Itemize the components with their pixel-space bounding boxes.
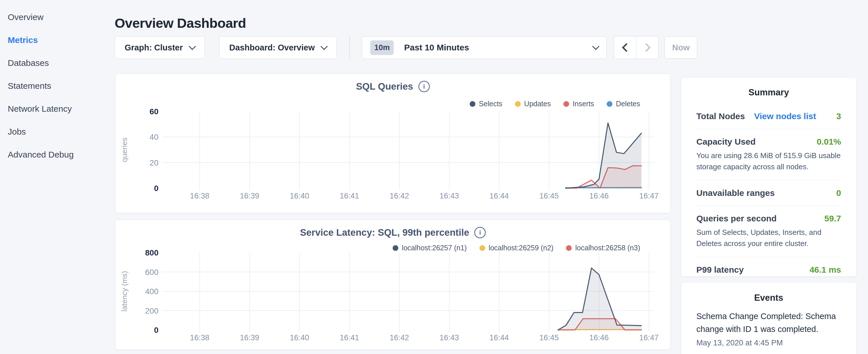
x-tick-label: 16:41 bbox=[340, 333, 359, 342]
summary-subtext: Sum of Selects, Updates, Inserts, and De… bbox=[696, 227, 841, 249]
time-range-badge: 10m bbox=[370, 40, 394, 55]
summary-label: Unavailable ranges bbox=[696, 188, 775, 198]
y-axis-label: queries bbox=[120, 137, 129, 162]
summary-row-unavailable-ranges: Unavailable ranges 0 bbox=[696, 188, 841, 198]
chevron-down-icon bbox=[320, 43, 328, 50]
next-timeframe-button[interactable] bbox=[636, 36, 658, 59]
chevron-left-icon bbox=[622, 43, 631, 52]
graph-scope-dropdown[interactable]: Graph: Cluster bbox=[115, 36, 205, 59]
chevron-right-icon bbox=[642, 43, 651, 52]
y-tick-label: 0 bbox=[154, 184, 158, 193]
sidebar-item-advanced-debug[interactable]: Advanced Debug bbox=[0, 143, 113, 166]
x-tick-label: 16:40 bbox=[290, 192, 309, 200]
chart-title: SQL Queries bbox=[356, 81, 413, 92]
x-tick-label: 16:39 bbox=[240, 333, 259, 342]
y-tick-label: 0 bbox=[154, 326, 158, 334]
summary-panel: Summary Total Nodes View nodes list 3 Ca… bbox=[681, 77, 857, 277]
x-tick-label: 16:42 bbox=[390, 333, 409, 342]
x-tick-label: 16:39 bbox=[240, 192, 259, 200]
x-tick-label: 16:45 bbox=[539, 333, 559, 342]
toolbar: Graph: Cluster Dashboard: Overview 10m P… bbox=[115, 36, 697, 59]
event-list-item[interactable]: Schema Change Completed: Schema change w… bbox=[696, 310, 841, 347]
summary-value: 3 bbox=[836, 111, 841, 121]
sql-queries-plot[interactable]: 16:3816:3916:4016:4116:4216:4316:4416:45… bbox=[116, 106, 671, 213]
x-tick-label: 16:38 bbox=[190, 192, 210, 200]
now-button[interactable]: Now bbox=[664, 36, 697, 59]
x-tick-label: 16:47 bbox=[639, 333, 659, 342]
summary-row-total-nodes: Total Nodes View nodes list 3 bbox=[696, 111, 841, 121]
summary-value: 0.01% bbox=[817, 137, 841, 147]
x-tick-label: 16:44 bbox=[490, 333, 509, 342]
summary-value: 0 bbox=[836, 188, 841, 198]
summary-label: Queries per second bbox=[696, 214, 777, 223]
x-tick-label: 16:44 bbox=[490, 192, 509, 200]
chevron-down-icon bbox=[189, 43, 196, 50]
page-title: Overview Dashboard bbox=[115, 15, 246, 31]
event-text: Schema Change Completed: Schema change w… bbox=[696, 310, 841, 336]
x-tick-label: 16:46 bbox=[589, 192, 609, 200]
x-tick-label: 16:45 bbox=[539, 192, 559, 200]
prev-timeframe-button[interactable] bbox=[614, 36, 636, 59]
graph-scope-label: Graph: Cluster bbox=[125, 43, 183, 53]
x-tick-label: 16:43 bbox=[440, 192, 459, 200]
legend-dot bbox=[515, 101, 521, 107]
summary-row-qps: Queries per second 59.7 Sum of Selects, … bbox=[696, 214, 841, 249]
divider bbox=[696, 257, 841, 257]
summary-value: 59.7 bbox=[825, 214, 841, 223]
summary-title: Summary bbox=[696, 87, 841, 98]
x-tick-label: 16:38 bbox=[190, 333, 210, 342]
legend-dot bbox=[607, 101, 612, 107]
events-panel: Events Schema Change Completed: Schema c… bbox=[681, 282, 857, 354]
legend-dot bbox=[563, 101, 569, 107]
dashboard-label: Dashboard: Overview bbox=[229, 43, 315, 53]
sidebar-item-jobs[interactable]: Jobs bbox=[0, 120, 113, 143]
view-nodes-list-link[interactable]: View nodes list bbox=[754, 111, 816, 121]
summary-subtext: You are using 28.6 MiB of 515.9 GiB usab… bbox=[696, 150, 841, 172]
summary-row-p99: P99 latency 46.1 ms bbox=[696, 265, 841, 275]
x-tick-label: 16:41 bbox=[340, 192, 359, 200]
info-icon[interactable]: i bbox=[474, 227, 486, 238]
series-area bbox=[566, 123, 642, 188]
y-tick-label: 800 bbox=[145, 248, 158, 257]
y-tick-label: 600 bbox=[145, 268, 158, 277]
toolbar-divider bbox=[349, 36, 350, 59]
sidebar-nav: Overview Metrics Databases Statements Ne… bbox=[0, 0, 113, 354]
x-tick-label: 16:46 bbox=[589, 333, 609, 342]
summary-value: 46.1 ms bbox=[810, 265, 841, 275]
summary-label: Total Nodes bbox=[696, 111, 745, 121]
chevron-down-icon bbox=[592, 43, 599, 50]
y-tick-label: 20 bbox=[150, 158, 158, 167]
time-range-label: Past 10 Minutes bbox=[404, 43, 593, 53]
info-icon[interactable]: i bbox=[418, 81, 430, 92]
time-range-dropdown[interactable]: 10m Past 10 Minutes bbox=[362, 36, 607, 59]
sidebar-item-statements[interactable]: Statements bbox=[0, 74, 113, 97]
summary-row-capacity: Capacity Used 0.01% You are using 28.6 M… bbox=[696, 137, 841, 172]
sidebar-item-metrics[interactable]: Metrics bbox=[0, 29, 113, 52]
service-latency-plot[interactable]: 16:3816:3916:4016:4116:4216:4316:4416:45… bbox=[116, 247, 671, 350]
x-tick-label: 16:40 bbox=[290, 333, 309, 342]
y-tick-label: 400 bbox=[145, 287, 158, 296]
y-tick-label: 40 bbox=[150, 133, 158, 141]
db-console-page: Overview Metrics Databases Statements Ne… bbox=[0, 0, 868, 354]
x-tick-label: 16:42 bbox=[390, 192, 409, 200]
events-title: Events bbox=[696, 293, 841, 303]
summary-label: P99 latency bbox=[696, 265, 744, 275]
dashboard-dropdown[interactable]: Dashboard: Overview bbox=[219, 36, 337, 59]
y-tick-label: 60 bbox=[150, 107, 158, 116]
sidebar-item-overview[interactable]: Overview bbox=[0, 6, 113, 29]
x-tick-label: 16:47 bbox=[639, 192, 659, 200]
divider bbox=[696, 180, 841, 181]
legend-dot bbox=[470, 101, 475, 107]
service-latency-chart-card: Service Latency: SQL, 99th percentile i … bbox=[115, 220, 671, 350]
sidebar-item-databases[interactable]: Databases bbox=[0, 52, 113, 74]
summary-label: Capacity Used bbox=[696, 137, 756, 147]
sidebar-item-network-latency[interactable]: Network Latency bbox=[0, 97, 113, 120]
x-tick-label: 16:43 bbox=[440, 333, 459, 342]
y-tick-label: 200 bbox=[145, 307, 158, 315]
sql-queries-chart-card: SQL Queries i Selects Updates Inserts De… bbox=[115, 74, 671, 213]
event-timestamp: May 13, 2020 at 4:45 PM bbox=[696, 339, 841, 347]
time-pager bbox=[614, 36, 658, 59]
chart-title: Service Latency: SQL, 99th percentile bbox=[300, 227, 469, 238]
y-axis-label: latency (ms) bbox=[120, 271, 129, 312]
